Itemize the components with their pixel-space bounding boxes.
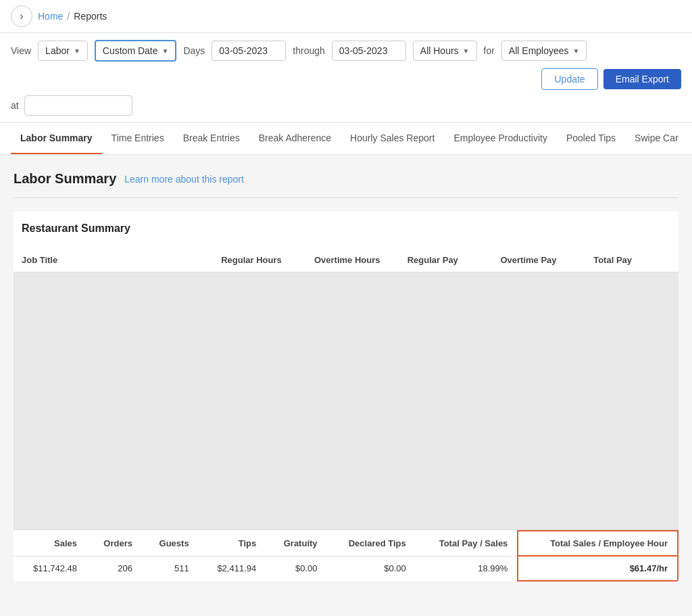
main-content: Labor Summary Learn more about this repo… — [0, 155, 692, 598]
summary-total-pay-sales: 18.99% — [416, 556, 518, 581]
breadcrumb: Home / Reports — [38, 11, 107, 22]
date-type-value: Custom Date — [103, 45, 158, 56]
breadcrumb-current: Reports — [74, 11, 107, 22]
summary-col-guests: Guests — [142, 531, 199, 556]
hours-chevron-icon: ▼ — [463, 47, 470, 55]
table-container: Restaurant Summary Job Title Regular Hou… — [14, 212, 678, 582]
summary-col-total-pay-sales: Total Pay / Sales — [416, 531, 518, 556]
location-input[interactable] — [24, 95, 132, 116]
nav-toggle-button[interactable]: › — [11, 5, 32, 27]
chevron-right-icon: › — [20, 10, 23, 22]
labor-table: Job Title Regular Hours Overtime Hours R… — [14, 248, 678, 273]
view-label: View — [11, 45, 31, 56]
breadcrumb-home-link[interactable]: Home — [38, 11, 63, 22]
summary-col-sales: Sales — [14, 531, 86, 556]
employees-chevron-icon: ▼ — [573, 47, 580, 55]
learn-more-link[interactable]: Learn more about this report — [124, 174, 244, 185]
date-from-input[interactable] — [212, 41, 286, 61]
tab-pooled-tips[interactable]: Pooled Tips — [557, 123, 625, 155]
summary-guests: 511 — [142, 556, 199, 581]
view-chevron-icon: ▼ — [74, 47, 80, 55]
col-overtime-pay: Overtime Pay — [492, 248, 585, 273]
col-regular-pay: Regular Pay — [399, 248, 493, 273]
summary-row: $11,742.48 206 511 $2,411.94 $0.00 $0.00… — [14, 556, 678, 581]
tab-time-entries[interactable]: Time Entries — [102, 123, 174, 155]
tab-employee-productivity[interactable]: Employee Productivity — [444, 123, 557, 155]
view-value: Labor — [45, 45, 70, 56]
report-title: Labor Summary — [14, 171, 116, 187]
employees-dropdown[interactable]: All Employees ▼ — [501, 41, 587, 61]
summary-sales: $11,742.48 — [14, 556, 86, 581]
report-header: Labor Summary Learn more about this repo… — [14, 171, 678, 198]
tabs-bar: Labor Summary Time Entries Break Entries… — [0, 123, 692, 155]
tab-break-adherence[interactable]: Break Adherence — [249, 123, 341, 155]
top-nav: › Home / Reports — [0, 0, 692, 33]
summary-col-tips: Tips — [199, 531, 266, 556]
for-label: for — [484, 45, 495, 56]
summary-gratuity: $0.00 — [266, 556, 326, 581]
update-button[interactable]: Update — [541, 68, 597, 90]
filter-row-2: at — [11, 95, 681, 116]
summary-table: Sales Orders Guests Tips Gratuity Declar… — [14, 530, 678, 582]
col-overtime-hours: Overtime Hours — [306, 248, 399, 273]
view-dropdown[interactable]: Labor ▼ — [38, 41, 88, 61]
date-type-chevron-icon: ▼ — [162, 47, 169, 55]
employees-value: All Employees — [509, 45, 569, 56]
days-label: Days — [183, 45, 205, 56]
date-to-input[interactable] — [332, 41, 406, 61]
summary-declared-tips: $0.00 — [327, 556, 416, 581]
tab-labor-summary[interactable]: Labor Summary — [11, 123, 102, 155]
summary-col-total-sales-employee-hour: Total Sales / Employee Hour — [518, 531, 678, 556]
at-label: at — [11, 100, 19, 111]
hours-value: All Hours — [420, 45, 459, 56]
tab-hourly-sales[interactable]: Hourly Sales Report — [341, 123, 444, 155]
filter-bar: View Labor ▼ Custom Date ▼ Days through … — [0, 33, 692, 123]
hours-dropdown[interactable]: All Hours ▼ — [413, 41, 477, 61]
filter-row-1: View Labor ▼ Custom Date ▼ Days through … — [11, 40, 681, 90]
col-total-pay: Total Pay — [585, 248, 678, 273]
col-job-title: Job Title — [14, 248, 213, 273]
table-empty-area — [14, 273, 678, 529]
date-type-dropdown[interactable]: Custom Date ▼ — [95, 40, 177, 62]
col-regular-hours: Regular Hours — [213, 248, 306, 273]
summary-total-sales-employee-hour: $61.47/hr — [518, 556, 678, 581]
summary-tips: $2,411.94 — [199, 556, 266, 581]
filter-actions: Update Email Export — [541, 68, 681, 90]
tab-swipe-car[interactable]: Swipe Car — [625, 123, 688, 155]
tab-break-entries[interactable]: Break Entries — [174, 123, 249, 155]
summary-col-gratuity: Gratuity — [266, 531, 326, 556]
summary-col-orders: Orders — [86, 531, 142, 556]
summary-section: Sales Orders Guests Tips Gratuity Declar… — [14, 529, 678, 582]
summary-col-declared-tips: Declared Tips — [327, 531, 416, 556]
summary-orders: 206 — [86, 556, 142, 581]
email-export-button[interactable]: Email Export — [603, 69, 681, 89]
through-label: through — [293, 45, 324, 56]
breadcrumb-separator: / — [67, 11, 70, 22]
section-title: Restaurant Summary — [22, 222, 670, 235]
